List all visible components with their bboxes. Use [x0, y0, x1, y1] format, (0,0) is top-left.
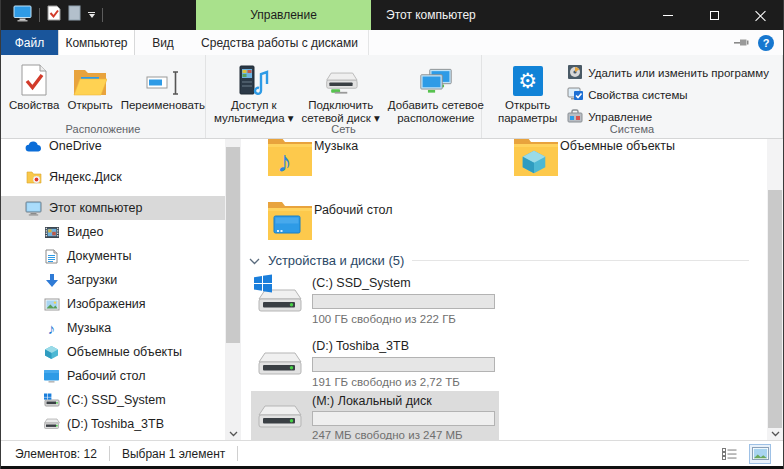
section-divider: [412, 260, 749, 261]
this-pc-icon: [25, 200, 42, 217]
desktop-icon: [43, 368, 60, 385]
properties-shortcut-icon[interactable]: [47, 5, 61, 25]
details-view-button[interactable]: [718, 444, 740, 464]
sidebar-item-music[interactable]: ♪ Музыка: [1, 316, 225, 340]
documents-icon: [43, 248, 60, 265]
videos-icon: [43, 224, 60, 241]
items-count: Элементов: 12: [15, 447, 97, 461]
sidebar-item-desktop[interactable]: Рабочий стол: [1, 364, 225, 388]
status-bar: Элементов: 12 Выбран 1 элемент: [1, 440, 783, 466]
folder-tile-music[interactable]: ♪ Музыка: [267, 139, 507, 191]
uninstall-program-button[interactable]: Удалить или изменить программу: [567, 63, 769, 82]
ribbon-group-location: Свойства Открыть Переименовать Расположе…: [1, 55, 206, 138]
3d-objects-icon: [43, 344, 60, 361]
tab-computer[interactable]: Компьютер: [58, 30, 135, 55]
media-access-button[interactable]: Доступ к мультимедиа ▾: [210, 60, 298, 127]
group-label-location: Расположение: [1, 123, 205, 135]
music-folder-icon: ♪: [267, 139, 313, 183]
section-header-label: Устройства и диски (5): [268, 253, 404, 268]
pin-ribbon-icon[interactable]: [734, 36, 749, 50]
rename-icon: [146, 62, 180, 96]
tab-disk-tools[interactable]: Средства работы с дисками: [191, 30, 369, 55]
map-network-drive-icon: [324, 62, 358, 96]
sidebar-item-drive-d[interactable]: (D:) Toshiba_3TB: [1, 412, 225, 436]
add-network-location-icon: [419, 62, 453, 96]
ribbon-group-system: ⚙ Открыть параметры Удалить или изменить…: [482, 55, 783, 138]
system-properties-button[interactable]: Свойства системы: [567, 85, 769, 104]
sidebar-item-documents[interactable]: Документы: [1, 244, 225, 268]
onedrive-icon: [25, 139, 42, 155]
sidebar-item-drive-c[interactable]: (C:) SSD_System: [1, 388, 225, 412]
properties-icon: [17, 62, 51, 96]
sidebar-item-yandex-disk[interactable]: Яндекс.Диск: [1, 165, 225, 189]
tab-view[interactable]: Вид: [135, 30, 191, 55]
caption-buttons: [645, 0, 783, 30]
settings-icon: ⚙: [511, 62, 545, 96]
contextual-tab-header[interactable]: Управление: [196, 0, 371, 30]
sidebar-item-downloads[interactable]: Загрузки: [1, 268, 225, 292]
capacity-bar: [312, 357, 495, 372]
drive-icon: [43, 416, 60, 433]
computer-icon[interactable]: [13, 5, 32, 26]
sidebar-item-this-pc[interactable]: Этот компьютер: [1, 196, 225, 220]
drive-tile-d[interactable]: (D:) Toshiba_3TB 191 ГБ свободно из 2,72…: [251, 336, 499, 394]
open-folder-icon: [73, 62, 107, 96]
explorer-window: Управление Этот компьютер Файл Компьютер…: [0, 0, 784, 469]
drive-icon: [255, 402, 303, 436]
main-scrollbar-thumb[interactable]: [768, 190, 782, 428]
system-drive-icon: [255, 286, 303, 320]
minimize-button[interactable]: [645, 0, 691, 30]
sidebar-item-3d-objects[interactable]: Объемные объекты: [1, 340, 225, 364]
3d-objects-folder-icon: [513, 139, 559, 183]
properties-button[interactable]: Свойства: [5, 60, 64, 114]
main-scroll-down-icon[interactable]: [767, 431, 783, 437]
toolbar-separator: [39, 8, 40, 22]
add-network-location-button[interactable]: Добавить сетевое расположение: [384, 60, 488, 127]
folder-tile-3d-objects[interactable]: Объемные объекты: [513, 139, 753, 191]
minimize-icon: [663, 15, 673, 16]
file-list: ♪ Музыка Объемные объекты: [241, 139, 767, 440]
sidebar-scrollbar[interactable]: [225, 139, 241, 440]
capacity-bar: [312, 294, 495, 309]
drive-icon: [255, 349, 303, 383]
close-button[interactable]: [737, 0, 783, 30]
new-item-icon[interactable]: [68, 5, 81, 25]
customize-caret-icon[interactable]: [88, 12, 95, 18]
drive-tile-m[interactable]: (M:) Локальный диск 247 МБ свободно из 2…: [251, 391, 499, 440]
selection-count: Выбран 1 элемент: [122, 447, 225, 461]
sidebar-item-onedrive[interactable]: OneDrive: [1, 139, 225, 158]
ribbon: Свойства Открыть Переименовать Расположе…: [1, 55, 783, 139]
sidebar-scroll-down-icon[interactable]: [225, 431, 241, 437]
maximize-button[interactable]: [691, 0, 737, 30]
main-scrollbar[interactable]: [767, 139, 783, 440]
uninstall-program-icon: [567, 64, 583, 82]
navigation-pane: OneDrive Яндекс.Диск Этот компьютер: [1, 139, 225, 440]
rename-button[interactable]: Переименовать: [117, 60, 209, 114]
chevron-down-icon[interactable]: [249, 253, 260, 268]
section-header-devices[interactable]: Устройства и диски (5): [249, 253, 749, 268]
maximize-icon: [710, 11, 719, 20]
window-title: Этот компьютер: [386, 0, 476, 30]
title-bar: Управление Этот компьютер: [1, 0, 783, 30]
status-separator: [109, 446, 110, 461]
system-properties-icon: [567, 86, 583, 104]
tab-file[interactable]: Файл: [1, 30, 58, 55]
open-settings-button[interactable]: ⚙ Открыть параметры: [494, 60, 561, 127]
folder-tile-desktop[interactable]: Рабочий стол: [267, 197, 507, 255]
drive-tile-c[interactable]: (C:) SSD_System 100 ГБ свободно из 222 Г…: [251, 273, 499, 331]
open-button[interactable]: Открыть: [64, 60, 117, 114]
system-drive-icon: [43, 392, 60, 409]
help-button[interactable]: ?: [758, 35, 774, 51]
yandex-disk-icon: [25, 169, 42, 186]
large-icons-view-button[interactable]: [749, 444, 771, 464]
sidebar-scrollbar-thumb[interactable]: [226, 147, 240, 343]
desktop-folder-icon: [267, 197, 313, 247]
sidebar-item-pictures[interactable]: Изображения: [1, 292, 225, 316]
map-network-drive-button[interactable]: Подключить сетевой диск ▾: [298, 60, 384, 127]
downloads-icon: [43, 272, 60, 289]
quick-access-toolbar: [13, 0, 103, 30]
sidebar-item-videos[interactable]: Видео: [1, 220, 225, 244]
capacity-bar: [312, 411, 495, 426]
close-icon: [755, 10, 766, 21]
status-separator: [237, 446, 238, 461]
